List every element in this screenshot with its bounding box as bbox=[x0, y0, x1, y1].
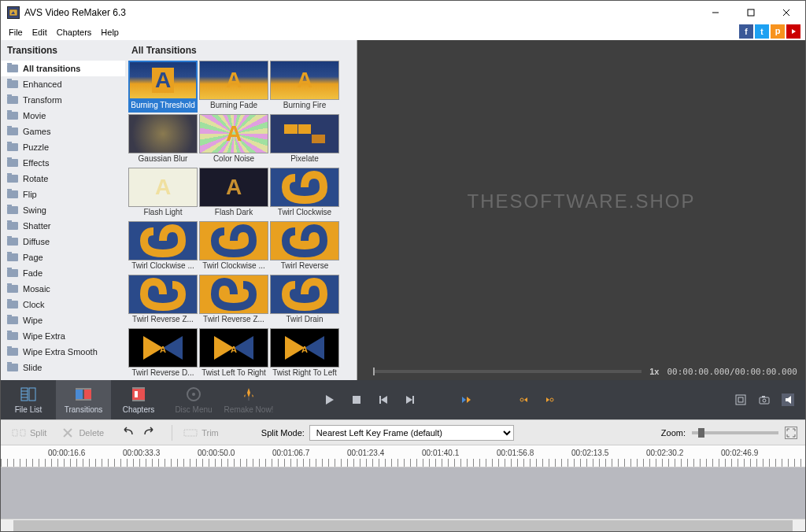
facebook-icon[interactable]: f bbox=[739, 24, 753, 39]
pinterest-icon[interactable]: p bbox=[771, 24, 785, 39]
category-item[interactable]: Flip bbox=[1, 187, 125, 202]
transition-item[interactable]: AColor Noise bbox=[199, 114, 268, 166]
category-item[interactable]: Mosaic bbox=[1, 281, 125, 297]
timeline-track[interactable] bbox=[1, 467, 805, 519]
folder-icon bbox=[7, 159, 18, 167]
zoom-group: Zoom: bbox=[661, 427, 797, 439]
categories-panel: Transitions All transitionsEnhancedTrans… bbox=[1, 40, 125, 380]
transition-item[interactable]: Twirl Clockwise ... bbox=[128, 221, 198, 273]
transition-label: Flash Dark bbox=[199, 207, 268, 220]
undo-redo-group bbox=[121, 427, 157, 439]
category-item[interactable]: Enhanced bbox=[1, 76, 125, 92]
transition-label: Twirl Clockwise ... bbox=[128, 260, 198, 273]
timeline-ruler[interactable]: 00:00:16.600:00:33.300:00:50.000:01:06.7… bbox=[1, 445, 805, 467]
transitions-title: All Transitions bbox=[125, 40, 357, 61]
minimize-button[interactable] bbox=[697, 2, 733, 24]
horizontal-scrollbar[interactable] bbox=[1, 519, 805, 531]
menu-file[interactable]: File bbox=[4, 26, 28, 39]
youtube-icon[interactable] bbox=[786, 24, 800, 39]
transition-item[interactable]: Twirl Clockwise bbox=[270, 168, 339, 220]
svg-rect-37 bbox=[379, 396, 381, 404]
transition-item[interactable]: Twirl Reverse bbox=[270, 221, 339, 273]
transition-item[interactable]: Gaussian Blur bbox=[128, 114, 198, 166]
category-item[interactable]: Movie bbox=[1, 108, 125, 124]
svg-marker-44 bbox=[546, 397, 549, 402]
transition-item[interactable]: AFlash Dark bbox=[199, 168, 268, 220]
zoom-fit-button[interactable] bbox=[785, 427, 797, 439]
preview-area[interactable]: THESOFTWARE.SHOP bbox=[357, 40, 805, 363]
prev-button[interactable] bbox=[377, 393, 390, 406]
tool-tab-icon bbox=[75, 386, 92, 403]
category-item[interactable]: Effects bbox=[1, 155, 125, 171]
category-item[interactable]: Slide bbox=[1, 360, 125, 375]
category-item[interactable]: Puzzle bbox=[1, 139, 125, 155]
volume-button[interactable] bbox=[782, 393, 794, 406]
category-item[interactable]: Transform bbox=[1, 92, 125, 108]
transition-label: Burning Fire bbox=[270, 100, 339, 113]
maximize-button[interactable] bbox=[733, 2, 768, 24]
categories-list[interactable]: All transitionsEnhancedTransformMovieGam… bbox=[1, 61, 125, 380]
redo-button[interactable] bbox=[142, 427, 157, 439]
svg-point-45 bbox=[550, 398, 553, 401]
category-item[interactable]: Fade bbox=[1, 265, 125, 281]
transition-item[interactable]: Twirl Reverse Z... bbox=[199, 275, 268, 327]
play-button[interactable] bbox=[324, 393, 336, 406]
preview-seek-slider[interactable] bbox=[373, 370, 641, 373]
transition-label: Twirl Reverse Z... bbox=[128, 314, 198, 327]
transition-item[interactable]: ABurning Fade bbox=[199, 61, 268, 113]
transition-item[interactable]: ABurning Threshold bbox=[128, 61, 198, 113]
folder-icon bbox=[7, 222, 18, 230]
category-item[interactable]: Diffuse bbox=[1, 234, 125, 249]
trim-button[interactable]: Trim bbox=[180, 426, 222, 440]
category-item[interactable]: All transitions bbox=[1, 61, 125, 76]
menu-edit[interactable]: Edit bbox=[28, 26, 52, 39]
category-item[interactable]: Wipe Extra bbox=[1, 328, 125, 344]
step-forward-button[interactable] bbox=[460, 393, 473, 406]
tool-tab-transitions[interactable]: Transitions bbox=[56, 380, 111, 419]
split-button[interactable]: Split bbox=[9, 426, 50, 440]
transition-item[interactable]: Pixelate bbox=[270, 114, 339, 166]
transition-item[interactable]: AFlash Light bbox=[128, 168, 198, 220]
delete-button[interactable]: Delete bbox=[57, 426, 107, 440]
category-item[interactable]: Shatter bbox=[1, 218, 125, 234]
tool-tab-file-list[interactable]: File List bbox=[1, 380, 56, 419]
transition-item[interactable]: Twirl Clockwise ... bbox=[199, 221, 268, 273]
transition-label: Twirl Reverse D... bbox=[128, 368, 198, 380]
category-item[interactable]: Swing bbox=[1, 202, 125, 218]
category-item[interactable]: Rotate bbox=[1, 171, 125, 187]
category-item[interactable]: Clock bbox=[1, 297, 125, 312]
playback-controls bbox=[276, 393, 805, 406]
transition-item[interactable]: Twirl Reverse Z... bbox=[128, 275, 198, 327]
category-item[interactable]: Page bbox=[1, 249, 125, 265]
menu-chapters[interactable]: Chapters bbox=[52, 26, 97, 39]
transition-item[interactable]: Twirl Drain bbox=[270, 275, 339, 327]
transition-item[interactable]: ATwist Left To Right bbox=[199, 328, 268, 380]
next-button[interactable] bbox=[404, 393, 416, 406]
tool-tab-chapters[interactable]: Chapters bbox=[111, 380, 166, 419]
transition-label: Twist Left To Right bbox=[199, 368, 268, 380]
svg-rect-27 bbox=[132, 389, 145, 400]
ruler-tick: 00:02:46.9 bbox=[721, 449, 758, 457]
ruler-tick: 00:01:06.7 bbox=[272, 449, 309, 457]
keyframe-prev-button[interactable] bbox=[517, 393, 530, 406]
stop-button[interactable] bbox=[350, 393, 363, 406]
fullscreen-button[interactable] bbox=[734, 393, 747, 406]
category-item[interactable]: Wipe Extra Smooth bbox=[1, 344, 125, 360]
zoom-slider[interactable] bbox=[692, 431, 778, 434]
timecode-sep: / bbox=[730, 367, 735, 377]
transition-item[interactable]: ABurning Fire bbox=[270, 61, 339, 113]
transition-label: Twirl Reverse Z... bbox=[199, 314, 268, 327]
menu-help[interactable]: Help bbox=[96, 26, 124, 39]
keyframe-next-button[interactable] bbox=[544, 393, 556, 406]
category-item[interactable]: Games bbox=[1, 124, 125, 139]
transitions-scroll[interactable]: ABurning ThresholdABurning FadeABurning … bbox=[125, 61, 357, 380]
close-button[interactable] bbox=[768, 2, 804, 24]
transition-item[interactable]: ATwist Right To Left bbox=[270, 328, 339, 380]
undo-button[interactable] bbox=[121, 427, 137, 439]
category-item[interactable]: Wipe bbox=[1, 312, 125, 328]
twitter-icon[interactable]: t bbox=[755, 24, 769, 39]
split-mode-select[interactable]: Nearest Left Key Frame (default) bbox=[309, 425, 514, 441]
transition-item[interactable]: ATwirl Reverse D... bbox=[128, 328, 198, 380]
snapshot-button[interactable] bbox=[758, 393, 771, 406]
ruler-tick: 00:01:23.4 bbox=[347, 449, 384, 457]
